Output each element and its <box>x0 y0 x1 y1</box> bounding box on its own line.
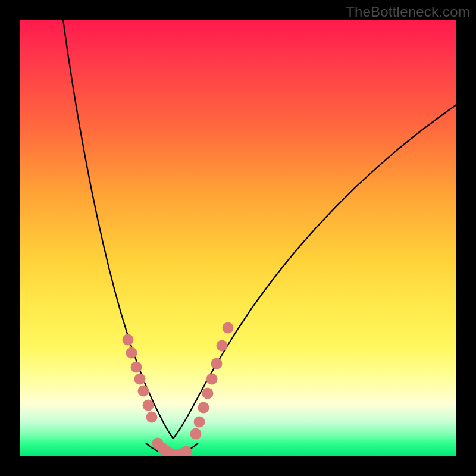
dot-right-0 <box>190 428 202 440</box>
chart-stage: TheBottleneck.com <box>0 0 476 476</box>
dot-right-1 <box>194 416 205 428</box>
dot-left-3 <box>134 374 146 385</box>
data-dots-group <box>123 322 234 457</box>
dot-left-5 <box>143 400 154 411</box>
dot-right-3 <box>202 388 214 399</box>
dot-left-4 <box>138 386 149 397</box>
chart-svg <box>20 20 456 456</box>
plot-area <box>20 20 456 456</box>
dot-right-2 <box>198 402 209 414</box>
dot-left-6 <box>146 412 158 423</box>
curve-right-branch <box>173 105 456 439</box>
dot-right-4 <box>206 374 218 385</box>
dot-bottom-6 <box>181 446 192 457</box>
curve-left-branch <box>63 20 173 439</box>
dot-right-5 <box>211 358 223 369</box>
dot-right-6 <box>217 340 228 352</box>
dot-right-7 <box>223 322 234 334</box>
watermark-text: TheBottleneck.com <box>346 4 470 20</box>
dot-left-1 <box>126 347 137 359</box>
dot-left-2 <box>131 362 142 373</box>
dot-left-0 <box>123 334 134 346</box>
